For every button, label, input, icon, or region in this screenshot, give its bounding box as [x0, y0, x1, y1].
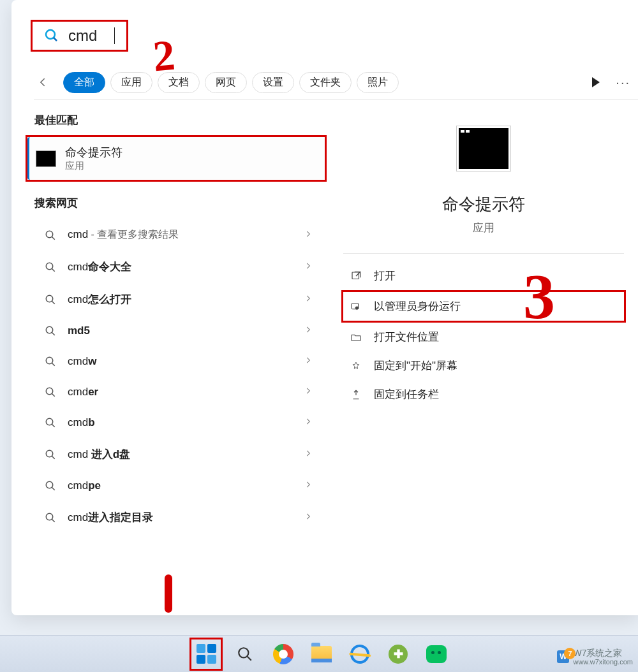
detail-title: 命令提示符	[329, 193, 638, 215]
taskbar-ie[interactable]	[348, 642, 372, 666]
best-match-result[interactable]: 命令提示符 应用	[27, 137, 325, 180]
pin-taskbar-icon	[350, 388, 362, 401]
filter-row: 全部 应用 文档 网页 设置 文件夹 照片 ···	[34, 65, 638, 100]
file-explorer-icon	[311, 646, 332, 662]
chevron-right-icon	[304, 416, 313, 429]
action-open-location[interactable]: 打开文件位置	[343, 323, 624, 351]
action-pin-start[interactable]: 固定到"开始"屏幕	[343, 351, 624, 380]
divider	[343, 253, 624, 254]
svg-point-2	[46, 231, 53, 238]
web-result-label: cmder	[68, 386, 98, 398]
chevron-right-icon	[304, 293, 313, 306]
web-result-item[interactable]: cmd命令大全	[34, 251, 318, 283]
content-area: 最佳匹配 命令提示符 应用 搜索网页 cmd - 查看更多搜索结果cmd命令大全…	[11, 100, 638, 615]
filter-photos[interactable]: 照片	[357, 72, 399, 93]
action-pin-taskbar-label: 固定到任务栏	[374, 387, 439, 402]
taskbar-wechat[interactable]	[424, 642, 449, 666]
start-button[interactable]	[194, 642, 218, 666]
open-icon	[350, 270, 362, 282]
web-result-label: cmd怎么打开	[68, 292, 131, 307]
svg-rect-22	[352, 272, 359, 279]
action-run-as-admin[interactable]: 以管理员身份运行	[343, 292, 624, 321]
action-open[interactable]: 打开	[343, 261, 624, 290]
web-result-item[interactable]: cmdpe	[34, 471, 318, 501]
taskbar-explorer[interactable]	[309, 642, 334, 666]
action-run-as-admin-label: 以管理员身份运行	[374, 299, 461, 314]
web-result-item[interactable]: cmd进入指定目录	[34, 501, 318, 534]
annotation-box-3: 以管理员身份运行	[341, 290, 626, 323]
detail-subtitle: 应用	[329, 221, 638, 235]
folder-icon	[350, 331, 362, 344]
svg-point-20	[46, 513, 53, 520]
taskbar-360[interactable]: ✚	[386, 642, 410, 666]
web-result-item[interactable]: md5	[34, 316, 318, 346]
svg-line-7	[52, 301, 55, 304]
web-result-item[interactable]: cmd - 查看更多搜索结果	[34, 219, 318, 251]
shield-icon	[350, 300, 362, 313]
search-icon	[45, 356, 56, 367]
action-list: 打开 以管理员身份运行 打开文件位置	[329, 261, 638, 409]
filter-web[interactable]: 网页	[205, 72, 247, 93]
annotation-number-3: 3	[523, 259, 555, 333]
watermark: W 7 W7系统之家 www.w7xitong.com	[557, 648, 633, 666]
more-icon[interactable]: ···	[616, 75, 630, 90]
svg-line-17	[52, 456, 55, 459]
svg-line-13	[52, 393, 55, 397]
taskbar-chrome[interactable]	[271, 642, 295, 666]
search-icon	[45, 417, 56, 428]
chevron-right-icon	[304, 386, 313, 398]
filter-all[interactable]: 全部	[63, 72, 105, 93]
svg-point-8	[46, 326, 53, 333]
security-app-icon: ✚	[389, 645, 408, 664]
web-result-label: md5	[68, 325, 90, 337]
watermark-badge: W 7	[557, 650, 569, 663]
svg-point-10	[46, 357, 53, 364]
search-icon	[44, 28, 59, 43]
annotation-box-best-match: 命令提示符 应用	[26, 135, 327, 182]
svg-line-3	[52, 237, 55, 240]
chevron-right-icon	[304, 355, 313, 368]
ie-icon	[348, 642, 372, 666]
chevron-right-icon	[304, 261, 313, 274]
play-icon[interactable]	[592, 77, 600, 87]
filter-apps[interactable]: 应用	[110, 72, 152, 93]
web-result-label: cmdw	[68, 355, 96, 368]
annotation-number-1	[165, 574, 172, 613]
detail-header: 命令提示符 应用	[329, 126, 638, 235]
search-icon	[45, 261, 56, 273]
filter-settings[interactable]: 设置	[252, 72, 294, 93]
chevron-right-icon	[304, 325, 313, 337]
web-result-item[interactable]: cmd 进入d盘	[34, 438, 318, 471]
taskbar: ✚	[0, 635, 638, 672]
search-icon	[45, 294, 56, 305]
svg-point-0	[46, 30, 55, 39]
action-open-label: 打开	[374, 268, 396, 283]
action-pin-start-label: 固定到"开始"屏幕	[374, 358, 457, 373]
best-match-title: 命令提示符	[65, 145, 122, 160]
back-button[interactable]	[34, 73, 53, 92]
web-result-item[interactable]: cmd怎么打开	[34, 283, 318, 316]
search-input[interactable]: cmd	[68, 27, 107, 45]
svg-point-4	[46, 263, 53, 270]
search-panel: cmd 2 全部 应用 文档 网页 设置 文件夹 照片 ··· 最佳匹配 命令提…	[11, 0, 638, 615]
taskbar-search-button[interactable]	[233, 642, 257, 666]
action-pin-taskbar[interactable]: 固定到任务栏	[343, 380, 624, 409]
svg-line-11	[52, 363, 55, 366]
web-result-item[interactable]: cmder	[34, 377, 318, 407]
web-results-list: cmd - 查看更多搜索结果cmd命令大全cmd怎么打开md5cmdwcmder…	[34, 219, 318, 534]
svg-line-5	[52, 268, 55, 272]
svg-point-18	[46, 481, 53, 488]
filter-folders[interactable]: 文件夹	[299, 72, 352, 93]
web-result-item[interactable]: cmdb	[34, 407, 318, 438]
svg-line-21	[52, 519, 55, 522]
svg-line-19	[52, 487, 55, 490]
web-result-item[interactable]: cmdw	[34, 346, 318, 377]
results-column: 最佳匹配 命令提示符 应用 搜索网页 cmd - 查看更多搜索结果cmd命令大全…	[11, 100, 329, 615]
svg-point-12	[46, 388, 53, 395]
filter-docs[interactable]: 文档	[158, 72, 200, 93]
search-icon	[45, 480, 56, 492]
search-icon	[45, 512, 56, 523]
pin-icon	[350, 360, 362, 372]
search-icon	[45, 230, 56, 241]
web-result-label: cmd 进入d盘	[68, 447, 130, 462]
